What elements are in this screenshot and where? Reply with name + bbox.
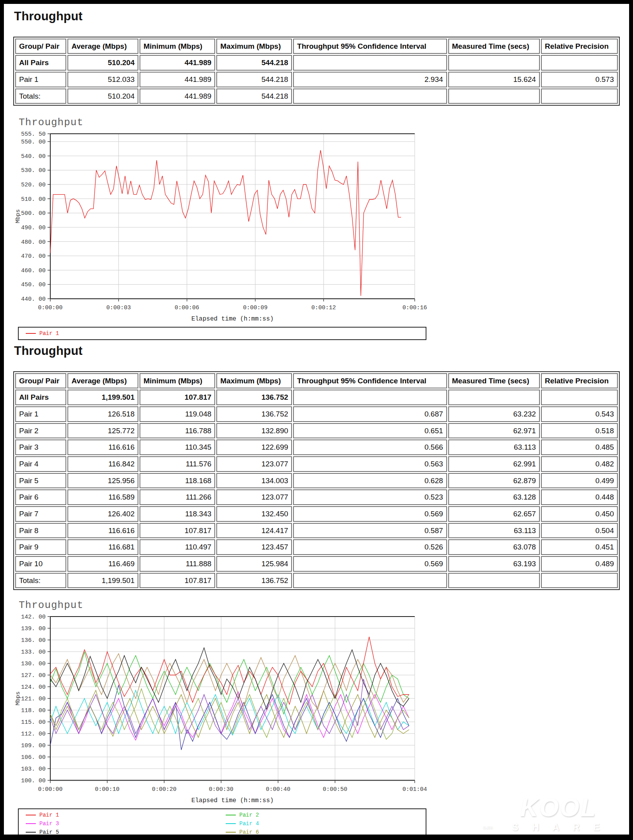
value-cell: 118.343 bbox=[140, 506, 215, 522]
value-cell: 107.817 bbox=[140, 523, 215, 539]
value-cell: 0.526 bbox=[293, 539, 447, 555]
svg-text:124. 00: 124. 00 bbox=[21, 684, 46, 691]
value-cell: 0.450 bbox=[541, 506, 618, 522]
table-row: Pair 1512.033441.989544.2182.93415.6240.… bbox=[15, 72, 618, 87]
legend-swatch bbox=[26, 333, 36, 334]
value-cell: 0.587 bbox=[293, 523, 447, 539]
svg-text:103. 00: 103. 00 bbox=[21, 766, 46, 773]
legend-label: Pair 1 bbox=[39, 330, 59, 337]
axis-grid: 555. 50550. 00540. 00530. 00520. 00510. … bbox=[15, 131, 427, 323]
value-cell: 126.518 bbox=[67, 406, 138, 422]
value-cell: 512.033 bbox=[67, 72, 138, 87]
value-cell: 1,199.501 bbox=[67, 573, 138, 588]
column-header: Measured Time (secs) bbox=[448, 373, 540, 389]
value-cell: 544.218 bbox=[216, 89, 292, 104]
svg-text:540. 00: 540. 00 bbox=[21, 153, 46, 160]
value-cell: 544.218 bbox=[216, 72, 292, 87]
value-cell: 63.193 bbox=[448, 556, 540, 572]
svg-text:480. 00: 480. 00 bbox=[21, 239, 46, 246]
value-cell: 125.956 bbox=[67, 473, 138, 489]
svg-text:500. 00: 500. 00 bbox=[21, 211, 46, 217]
table-row: Pair 2125.772116.788132.8900.65162.9710.… bbox=[15, 423, 618, 439]
value-cell bbox=[448, 573, 540, 588]
value-cell: 0.651 bbox=[293, 423, 447, 439]
value-cell: 116.788 bbox=[140, 423, 215, 439]
value-cell: 134.003 bbox=[216, 473, 292, 489]
value-cell bbox=[541, 55, 618, 71]
report-page: Throughput Group/ PairAverage (Mbps)Mini… bbox=[4, 4, 629, 840]
value-cell: 0.569 bbox=[293, 556, 447, 572]
svg-text:133. 00: 133. 00 bbox=[21, 649, 46, 656]
column-header: Minimum (Mbps) bbox=[140, 39, 215, 54]
value-cell: 1,199.501 bbox=[67, 390, 138, 405]
value-cell: 63.113 bbox=[448, 439, 540, 455]
value-cell: 136.752 bbox=[216, 390, 292, 405]
row-label: Totals: bbox=[15, 89, 66, 104]
svg-text:109. 00: 109. 00 bbox=[21, 743, 46, 749]
legend-label: Pair 3 bbox=[39, 821, 59, 827]
value-cell bbox=[293, 55, 447, 71]
svg-text:130. 00: 130. 00 bbox=[21, 661, 46, 667]
value-cell: 0.489 bbox=[541, 556, 618, 572]
value-cell: 125.772 bbox=[67, 423, 138, 439]
table-row: Pair 10116.469111.888125.9840.56963.1930… bbox=[15, 556, 618, 572]
svg-text:530. 00: 530. 00 bbox=[21, 168, 46, 174]
value-cell: 62.657 bbox=[448, 506, 540, 522]
value-cell: 63.113 bbox=[448, 523, 540, 539]
legend-entry: Pair 8 bbox=[226, 836, 426, 840]
value-cell: 62.879 bbox=[448, 473, 540, 489]
legend-label: Pair 7 bbox=[39, 838, 59, 840]
value-cell: 0.451 bbox=[541, 539, 618, 555]
chart-legend-2: Pair 1Pair 3Pair 5Pair 7Pair 9Pair 2Pair… bbox=[18, 808, 426, 840]
column-header: Measured Time (secs) bbox=[448, 39, 540, 54]
value-cell: 110.497 bbox=[140, 539, 215, 555]
table-row: Pair 5125.956118.168134.0030.62862.8790.… bbox=[15, 473, 618, 489]
chart-canvas: 555. 50550. 00540. 00530. 00520. 00510. … bbox=[13, 129, 450, 324]
section-heading-2: Throughput bbox=[14, 344, 620, 358]
value-cell: 441.989 bbox=[140, 55, 215, 71]
value-cell: 0.687 bbox=[293, 406, 447, 422]
column-header: Group/ Pair bbox=[15, 39, 66, 54]
value-cell: 110.345 bbox=[140, 439, 215, 455]
svg-text:0:00:10: 0:00:10 bbox=[95, 786, 120, 793]
row-label: All Pairs bbox=[15, 55, 66, 71]
row-label: Pair 4 bbox=[15, 456, 66, 472]
value-cell: 116.616 bbox=[67, 523, 138, 539]
legend-swatch bbox=[226, 823, 236, 824]
svg-text:520. 00: 520. 00 bbox=[21, 182, 46, 188]
value-cell: 116.842 bbox=[67, 456, 138, 472]
column-header: Maximum (Mbps) bbox=[216, 39, 292, 54]
value-cell: 62.991 bbox=[448, 456, 540, 472]
value-cell: 441.989 bbox=[140, 72, 215, 87]
svg-text:Mbps: Mbps bbox=[15, 691, 21, 705]
value-cell: 119.048 bbox=[140, 406, 215, 422]
svg-text:Mbps: Mbps bbox=[15, 209, 21, 223]
value-cell: 15.624 bbox=[448, 72, 540, 87]
value-cell: 0.573 bbox=[541, 72, 618, 87]
value-cell: 111.266 bbox=[140, 489, 215, 505]
value-cell bbox=[448, 390, 540, 405]
legend-entry: Pair 3 bbox=[26, 819, 226, 828]
svg-text:0:00:12: 0:00:12 bbox=[311, 305, 336, 311]
value-cell: 123.077 bbox=[216, 489, 292, 505]
table-header-row: Group/ PairAverage (Mbps)Minimum (Mbps)M… bbox=[15, 39, 618, 54]
legend-label: Pair 8 bbox=[239, 838, 259, 840]
value-cell: 0.485 bbox=[541, 439, 618, 455]
table-row: Pair 8116.616107.817124.4170.58763.1130.… bbox=[15, 523, 618, 539]
svg-text:450. 00: 450. 00 bbox=[21, 282, 46, 289]
legend-label: Pair 4 bbox=[239, 821, 259, 827]
value-cell: 510.204 bbox=[67, 55, 138, 71]
value-cell: 107.817 bbox=[140, 390, 215, 405]
row-label: Pair 1 bbox=[15, 72, 66, 87]
value-cell: 125.984 bbox=[216, 556, 292, 572]
value-cell: 116.589 bbox=[67, 489, 138, 505]
svg-text:0:00:03: 0:00:03 bbox=[106, 305, 131, 311]
value-cell: 0.499 bbox=[541, 473, 618, 489]
svg-text:0:00:00: 0:00:00 bbox=[38, 786, 62, 793]
table-row: Pair 3116.616110.345122.6990.56663.1130.… bbox=[15, 439, 618, 455]
column-header: Maximum (Mbps) bbox=[216, 373, 292, 389]
value-cell: 123.077 bbox=[216, 456, 292, 472]
value-cell: 0.628 bbox=[293, 473, 447, 489]
legend-entry: Pair 5 bbox=[26, 828, 226, 836]
value-cell: 0.482 bbox=[541, 456, 618, 472]
